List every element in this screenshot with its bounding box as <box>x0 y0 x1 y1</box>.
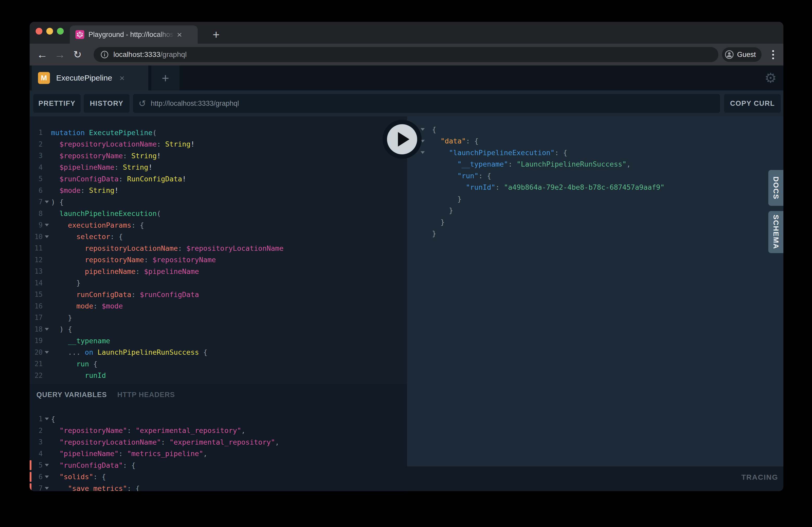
fold-arrow-icon[interactable] <box>421 151 425 154</box>
fold-arrow-icon[interactable] <box>45 487 49 490</box>
code-line[interactable]: 1{ <box>30 413 407 425</box>
response-viewer[interactable]: { "data": { "launchPipelineExecution": {… <box>407 117 783 466</box>
site-info-icon[interactable] <box>100 50 109 59</box>
tab-close-icon[interactable]: × <box>177 30 182 39</box>
code-line[interactable]: 12 repositoryName: $repositoryName <box>30 254 407 266</box>
code-line[interactable]: 7) { <box>30 196 407 208</box>
code-line[interactable]: { <box>407 124 783 135</box>
code-line[interactable]: 7 "save_metrics": { <box>30 483 407 491</box>
code-line[interactable]: 5 "runConfigData": { <box>30 460 407 471</box>
code-line[interactable]: 22 runId <box>30 370 407 381</box>
fold-arrow-icon[interactable] <box>45 351 49 354</box>
fold-arrow-icon[interactable] <box>45 464 49 466</box>
code-line[interactable]: 5 $runConfigData: RunConfigData! <box>30 173 407 185</box>
line-number: 18 <box>30 325 43 333</box>
browser-tab[interactable]: Playground - http://localhost:33 × <box>70 26 198 44</box>
fold-gutter <box>43 351 51 354</box>
code-line[interactable]: 3 "repositoryLocationName": "experimenta… <box>30 436 407 448</box>
url-host: localhost:3333 <box>113 50 160 59</box>
playground-tab-close-icon[interactable]: × <box>119 73 125 83</box>
code-line[interactable]: "launchPipelineExecution": { <box>407 147 783 159</box>
profile-button[interactable]: Guest <box>722 47 762 62</box>
history-button[interactable]: HISTORY <box>84 94 130 113</box>
code-line[interactable]: 17 } <box>30 312 407 323</box>
code-line[interactable]: 6 $mode: String! <box>30 185 407 196</box>
code-line[interactable]: 11 repositoryLocationName: $repositoryLo… <box>30 242 407 254</box>
code-line[interactable]: 2 "repositoryName": "experimental_reposi… <box>30 425 407 437</box>
code-line[interactable]: } <box>407 228 783 240</box>
code-line[interactable]: } <box>407 193 783 205</box>
avatar-icon <box>725 50 734 59</box>
code-line[interactable]: 8 launchPipelineExecution( <box>30 208 407 220</box>
playground-tab-executepipeline[interactable]: M ExecutePipeline × <box>32 65 148 90</box>
fold-arrow-icon[interactable] <box>421 128 425 131</box>
code-text: } <box>51 279 81 287</box>
code-line[interactable]: "data": { <box>407 135 783 147</box>
docs-side-tab[interactable]: DOCS <box>768 170 783 206</box>
code-text: } <box>432 218 445 226</box>
code-line[interactable]: 9 executionParams: { <box>30 219 407 231</box>
code-line[interactable]: 10 selector: { <box>30 231 407 243</box>
browser-menu-icon[interactable] <box>767 44 779 65</box>
code-line[interactable]: "runId": "a49b864a-79e2-4be8-b78c-687457… <box>407 182 783 193</box>
code-line[interactable]: } <box>407 205 783 216</box>
fold-arrow-icon[interactable] <box>45 201 49 203</box>
line-number: 4 <box>30 164 43 171</box>
line-number: 12 <box>30 256 43 264</box>
code-line[interactable]: 21 run { <box>30 358 407 370</box>
code-line[interactable]: 16 mode: $mode <box>30 300 407 312</box>
code-line[interactable]: 13 pipelineName: $pipelineName <box>30 266 407 277</box>
new-tab-button[interactable]: + <box>204 26 228 44</box>
prettify-button[interactable]: PRETTIFY <box>33 94 81 113</box>
fold-arrow-icon[interactable] <box>45 418 49 420</box>
code-line[interactable]: 23 } <box>30 381 407 384</box>
code-line[interactable]: 20 ... on LaunchPipelineRunSuccess { <box>30 347 407 358</box>
fold-arrow-icon[interactable] <box>45 328 49 331</box>
code-line[interactable]: 2 $repositoryLocationName: String! <box>30 138 407 150</box>
browser-toolbar: ← → ↻ localhost:3333/graphql <box>30 44 783 65</box>
code-text: runId <box>51 371 106 379</box>
fold-arrow-icon[interactable] <box>45 236 49 238</box>
tab-query-variables[interactable]: QUERY VARIABLES <box>37 391 107 399</box>
query-editor[interactable]: 1mutation ExecutePipeline(2 $repositoryL… <box>30 117 407 384</box>
schema-side-tab[interactable]: SCHEMA <box>768 211 783 253</box>
code-line[interactable]: 4 "pipelineName": "metrics_pipeline", <box>30 448 407 460</box>
reload-icon[interactable]: ↻ <box>70 44 85 65</box>
code-line[interactable]: 4 $pipelineName: String! <box>30 162 407 173</box>
code-line[interactable]: 19 __typename <box>30 335 407 347</box>
code-line[interactable]: 1mutation ExecutePipeline( <box>30 127 407 138</box>
back-icon[interactable]: ← <box>35 44 49 65</box>
line-number: 6 <box>30 473 43 481</box>
traffic-light-zoom-button[interactable] <box>57 28 64 34</box>
code-line[interactable]: 3 $repositoryName: String! <box>30 150 407 162</box>
address-bar[interactable]: localhost:3333/graphql <box>93 47 719 62</box>
code-text: repositoryName: $repositoryName <box>51 256 216 264</box>
playground-new-tab-button[interactable]: + <box>151 65 179 90</box>
variables-panel: QUERY VARIABLES HTTP HEADERS 1{2 "reposi… <box>30 384 407 491</box>
fold-arrow-icon[interactable] <box>45 476 49 478</box>
forward-icon[interactable]: → <box>53 44 67 65</box>
code-line[interactable]: "__typename": "LaunchPipelineRunSuccess"… <box>407 159 783 170</box>
settings-gear-icon[interactable]: ⚙ <box>764 65 777 90</box>
code-line[interactable]: } <box>407 216 783 228</box>
reset-endpoint-icon[interactable]: ↺ <box>139 98 146 109</box>
tracing-toggle[interactable]: TRACING <box>741 473 778 482</box>
code-line[interactable]: 6 "solids": { <box>30 471 407 483</box>
fold-gutter <box>43 224 51 226</box>
traffic-light-minimize-button[interactable] <box>46 28 53 34</box>
fold-arrow-icon[interactable] <box>45 224 49 226</box>
copy-curl-button[interactable]: COPY CURL <box>724 94 781 113</box>
fold-gutter <box>43 236 51 238</box>
endpoint-input[interactable]: ↺ http://localhost:3333/graphql <box>133 94 720 113</box>
traffic-light-close-button[interactable] <box>35 28 42 34</box>
code-line[interactable]: "run": { <box>407 170 783 182</box>
code-line[interactable]: 15 runConfigData: $runConfigData <box>30 289 407 300</box>
line-number: 3 <box>30 438 43 446</box>
execute-button[interactable] <box>382 120 422 159</box>
variables-editor[interactable]: 1{2 "repositoryName": "experimental_repo… <box>30 413 407 491</box>
line-number: 6 <box>30 186 43 194</box>
code-text: "repositoryLocationName": "experimental_… <box>51 438 279 446</box>
code-line[interactable]: 18 ) { <box>30 323 407 335</box>
tab-http-headers[interactable]: HTTP HEADERS <box>117 391 175 399</box>
code-line[interactable]: 14 } <box>30 277 407 289</box>
